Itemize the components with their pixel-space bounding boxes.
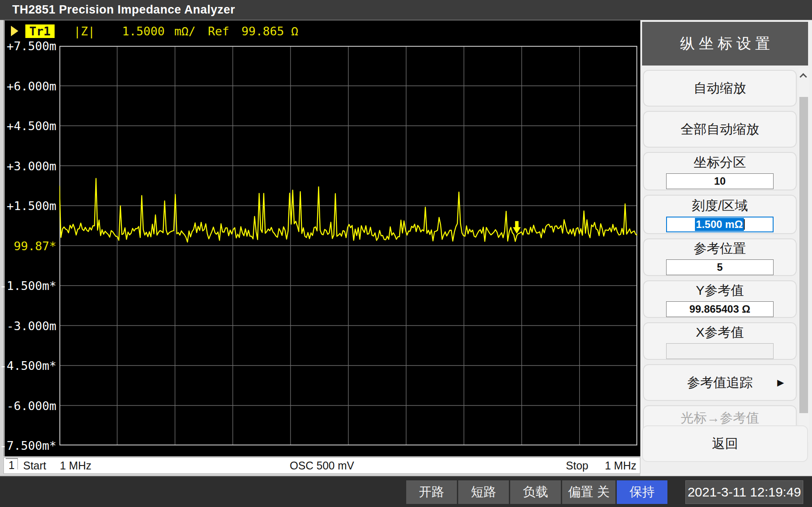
analyzer-screen: TH2851 Precision Impedance Analyzer Tr1 … <box>0 0 812 507</box>
reference-position-button[interactable]: 参考位置 5 <box>643 238 797 276</box>
reference-position-input[interactable]: 5 <box>666 259 774 275</box>
y-axis-label: -7.500m* <box>0 439 56 452</box>
y-axis-settings-panel: 纵坐标设置 自动缩放 全部自动缩放 坐标分区 10 刻度/区域 1.500 mΩ… <box>640 20 812 476</box>
submenu-arrow-icon: ► <box>775 376 786 390</box>
bottom-toolbar: 开路 短路 负载 偏置 关 保持 2021-3-11 12:19:49 <box>0 476 812 507</box>
stop-frequency: 1 MHz <box>605 459 636 472</box>
y-axis-label: -3.000m <box>7 319 56 332</box>
bias-off-button[interactable]: 偏置 关 <box>562 480 615 504</box>
reference-tracking-button[interactable]: 参考值追踪 ► <box>643 364 797 401</box>
scroll-up-icon[interactable] <box>800 73 807 81</box>
impedance-trace-chart <box>59 46 637 445</box>
text-caret <box>744 219 745 230</box>
y-reference-value-button[interactable]: Y参考值 99.865403 Ω <box>643 280 797 318</box>
trace-scale-value: 1.5000 <box>122 24 165 38</box>
divisions-button[interactable]: 坐标分区 10 <box>643 152 797 190</box>
x-reference-value-input[interactable] <box>666 343 774 359</box>
y-reference-value-input[interactable]: 99.865403 Ω <box>666 301 774 317</box>
auto-scale-all-button[interactable]: 全部自动缩放 <box>643 111 797 148</box>
datetime-display: 2021-3-11 12:19:49 <box>685 480 803 504</box>
trace-marker-icon <box>513 221 521 234</box>
osc-level: OSC 500 mV <box>4 459 640 472</box>
y-axis-label: +4.500m <box>7 119 56 133</box>
title-bar: TH2851 Precision Impedance Analyzer <box>0 0 812 20</box>
scale-per-division-input[interactable]: 1.500 mΩ <box>666 217 774 232</box>
hold-button[interactable]: 保持 <box>617 480 667 504</box>
panel-scrollbar[interactable] <box>798 68 809 442</box>
trace-ref-value: 99.865 Ω <box>242 24 298 38</box>
y-axis-label: +3.000m <box>7 159 56 172</box>
y-axis-label: +7.500m <box>7 39 56 53</box>
short-correction-button[interactable]: 短路 <box>458 480 509 504</box>
load-correction-button[interactable]: 负载 <box>510 480 561 504</box>
y-axis-label: +6.000m <box>7 79 56 93</box>
open-correction-button[interactable]: 开路 <box>406 480 457 504</box>
panel-title: 纵坐标设置 <box>642 22 808 66</box>
y-axis-label: -4.500m* <box>0 359 56 372</box>
auto-scale-button[interactable]: 自动缩放 <box>643 70 797 107</box>
trace-scale-unit: mΩ/ <box>174 24 196 38</box>
back-button[interactable]: 返回 <box>642 425 808 462</box>
trace-parameter: |Z| <box>74 24 95 38</box>
x-reference-value-button[interactable]: X参考值 <box>643 322 797 360</box>
stop-label: Stop <box>566 459 588 472</box>
app-title: TH2851 Precision Impedance Analyzer <box>12 3 235 17</box>
divisions-input[interactable]: 10 <box>666 173 774 189</box>
trace-ref-label: Ref <box>208 24 229 38</box>
scrollbar-thumb[interactable] <box>799 97 808 413</box>
y-axis-reference-label: 99.87* <box>14 239 56 252</box>
y-axis-label: -1.500m* <box>0 279 56 293</box>
scale-per-division-button[interactable]: 刻度/区域 1.500 mΩ <box>643 195 797 234</box>
y-axis-label: +1.500m <box>7 199 56 213</box>
y-axis-labels: +7.500m+6.000m+4.500m+3.000m+1.500m99.87… <box>5 21 57 457</box>
plot-panel: Tr1 |Z| 1.5000 mΩ/ Ref 99.865 Ω +7.500m+… <box>3 20 640 456</box>
y-axis-label: -6.000m <box>7 399 56 412</box>
sweep-info-strip: 1 Start 1 MHz OSC 500 mV Stop 1 MHz <box>3 457 640 474</box>
